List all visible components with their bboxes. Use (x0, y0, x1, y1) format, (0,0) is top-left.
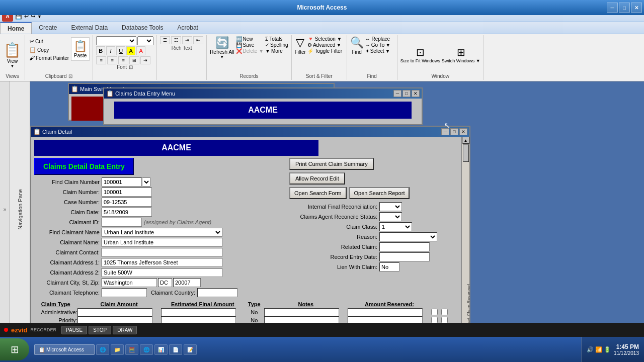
toggle-filter-btn[interactable]: ⚡ Toggle Filter (307, 48, 342, 54)
row2-cb1[interactable] (431, 317, 438, 323)
spelling-btn[interactable]: ✓Spelling (265, 42, 288, 48)
claim-number-input[interactable] (102, 188, 152, 197)
claims-menu-maximize[interactable]: □ (403, 90, 411, 97)
bold-btn[interactable]: B (96, 46, 105, 55)
font-color-btn[interactable]: A (136, 46, 145, 55)
paste-btn[interactable]: 📋 Paste (71, 37, 90, 61)
align-right-btn[interactable]: ≡ (118, 56, 128, 64)
taskbar-explorer[interactable]: 📁 (111, 344, 124, 355)
find-claimant-select[interactable]: Urban Land Institute (102, 228, 222, 237)
claimant-name-input[interactable] (102, 238, 222, 247)
font-name-select[interactable] (96, 36, 136, 45)
record-entry-input[interactable] (379, 252, 430, 261)
row1-cb2[interactable] (441, 309, 448, 315)
taskbar-ie[interactable]: 🌐 (96, 344, 109, 355)
replace-btn[interactable]: ↔ Replace (365, 36, 390, 42)
claimant-contact-input[interactable] (102, 248, 222, 257)
grid-btn[interactable]: ⊞ (129, 56, 139, 64)
filter-btn[interactable]: ▽ Filter (295, 36, 306, 55)
indent-more-btn[interactable]: ⇥ (182, 36, 192, 44)
view-btn[interactable]: 📋 View ▼ (4, 36, 21, 73)
more-btn[interactable]: ▼More (265, 48, 288, 54)
claimant-state-input[interactable] (158, 278, 172, 287)
selection-btn[interactable]: 🔻 Selection ▼ (307, 36, 342, 42)
taskbar-chrome[interactable]: 🌐 (140, 344, 153, 355)
num-list-btn[interactable]: ☷ (171, 36, 181, 44)
select-btn[interactable]: ✦ Select ▼ (365, 48, 390, 54)
underline-btn[interactable]: U (116, 46, 125, 55)
case-number-input[interactable] (102, 198, 152, 207)
goto-btn[interactable]: → Go To ▼ (365, 42, 390, 48)
ezvid-pause-btn[interactable]: PAUSE (61, 326, 87, 334)
claims-menu-minimize[interactable]: ─ (393, 90, 401, 97)
font-size-select[interactable] (137, 36, 153, 45)
scroll-up-btn[interactable]: ▲ (462, 137, 469, 144)
close-btn[interactable]: ✕ (631, 3, 642, 13)
totals-btn[interactable]: ΣTotals (265, 36, 288, 42)
tab-database-tools[interactable]: Database Tools (115, 22, 171, 34)
claim-date-input[interactable] (102, 208, 152, 217)
list-btn[interactable]: ☰ (160, 36, 170, 44)
ezvid-stop-btn[interactable]: STOP (89, 326, 111, 334)
find-claim-input[interactable] (102, 177, 142, 187)
claimant-country-input[interactable] (197, 288, 237, 297)
taskbar-calc[interactable]: 🧮 (125, 344, 138, 355)
size-to-fit-btn[interactable]: ⊡ Size to Fit Windows (400, 46, 440, 63)
claims-agent-select[interactable] (379, 212, 402, 221)
align-left-btn[interactable]: ≡ (96, 56, 106, 64)
taskbar-access[interactable]: 📋Microsoft Access (34, 344, 95, 355)
open-search-form-btn[interactable]: Open Search Form (289, 187, 347, 199)
delete-record-btn[interactable]: ❌Delete ▼ (236, 48, 264, 54)
row2-cb2[interactable] (441, 317, 448, 323)
find-btn[interactable]: 🔍 Find (350, 36, 364, 55)
claim-minimize-btn[interactable]: ─ (441, 128, 449, 135)
open-search-report-btn[interactable]: Open Search Report (349, 187, 410, 199)
row2-notes-input[interactable] (264, 316, 339, 323)
lien-claim-input[interactable] (379, 262, 399, 272)
row1-amount-input[interactable] (77, 308, 152, 316)
row1-cb1[interactable] (431, 309, 438, 315)
row1-est-input[interactable] (161, 308, 236, 316)
claimant-tel-input[interactable] (102, 288, 147, 297)
claimant-addr2-input[interactable] (102, 268, 222, 277)
copy-btn[interactable]: 📋Copy (28, 46, 70, 54)
claims-menu-close[interactable]: ✕ (412, 90, 420, 97)
taskbar-word[interactable]: 📝 (184, 344, 197, 355)
advanced-btn[interactable]: ⚙ Advanced ▼ (307, 42, 342, 48)
claim-close-btn[interactable]: ✕ (459, 128, 467, 135)
row2-reserved-input[interactable] (348, 316, 423, 323)
tab-external-data[interactable]: External Data (64, 22, 115, 34)
refresh-btn[interactable]: 🔄 Refresh All ▼ (210, 36, 234, 59)
outdent-btn[interactable]: ⇤ (193, 36, 203, 44)
scroll-thumb[interactable] (463, 144, 469, 162)
align-center-btn[interactable]: ≡ (107, 56, 117, 64)
claimant-zip-input[interactable] (173, 278, 201, 287)
cut-btn[interactable]: ✂Cut (28, 37, 70, 46)
save-record-btn[interactable]: 💾Save (236, 42, 264, 48)
row1-reserved-input[interactable] (348, 308, 423, 316)
taskbar-acrobat[interactable]: 📄 (169, 344, 182, 355)
minimize-btn[interactable]: ─ (607, 3, 618, 13)
switch-windows-btn[interactable]: ⊞ Switch Windows ▼ (442, 46, 480, 63)
related-claim-input[interactable] (379, 242, 430, 251)
claimant-addr1-input[interactable] (102, 258, 222, 267)
tab-acrobat[interactable]: Acrobat (171, 22, 205, 34)
new-record-btn[interactable]: 🆕New (236, 36, 264, 42)
maximize-btn[interactable]: □ (619, 3, 630, 13)
taskbar-excel[interactable]: 📊 (154, 344, 168, 355)
row1-notes-input[interactable] (264, 308, 339, 316)
row2-est-input[interactable] (161, 316, 236, 323)
reason-select[interactable] (379, 232, 437, 241)
tab-create[interactable]: Create (32, 22, 64, 34)
indent-btn[interactable]: ⇥ (140, 56, 150, 64)
start-btn[interactable]: ⊞ (0, 338, 29, 360)
highlight-btn[interactable]: A (126, 46, 135, 55)
claim-maximize-btn[interactable]: □ (450, 128, 458, 135)
internal-final-select[interactable] (379, 202, 402, 211)
row2-amount-input[interactable] (77, 316, 152, 323)
italic-btn[interactable]: I (106, 46, 115, 55)
ezvid-draw-btn[interactable]: DRAW (113, 326, 137, 334)
format-painter-btn[interactable]: 🖌Format Painter (28, 54, 70, 61)
find-claim-dropdown[interactable]: ▼ (142, 177, 151, 187)
tab-home[interactable]: Home (0, 22, 32, 34)
